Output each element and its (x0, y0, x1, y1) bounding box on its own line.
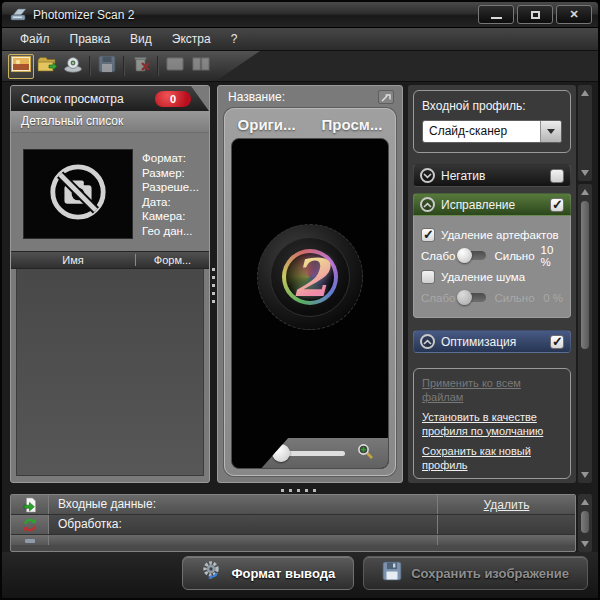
add-image-button[interactable] (8, 54, 34, 79)
profile-scrollbar[interactable] (578, 85, 592, 181)
bottom-splitter[interactable] (2, 487, 598, 494)
meta-geo: Гео дан... (142, 224, 199, 239)
no-camera-icon (47, 161, 109, 227)
scan-source-button[interactable] (60, 54, 86, 79)
input-profile-label: Входной профиль: (422, 99, 562, 113)
slider-knob (457, 290, 472, 305)
tab-original[interactable]: Ориги... (238, 116, 296, 133)
column-header-name[interactable]: Имя (11, 254, 135, 266)
noise-removal-checkbox[interactable] (421, 270, 435, 284)
job-status-panel: Входные данные: Удалить Обработка: (2, 494, 598, 552)
section-negative-label: Негатив (441, 169, 544, 183)
scroll-up-icon[interactable] (581, 499, 589, 505)
meta-size: Размер: (142, 166, 199, 181)
menu-file[interactable]: Файл (10, 28, 60, 51)
floppy-save-icon (382, 561, 402, 585)
job-scrollbar[interactable] (578, 494, 592, 552)
trash-delete-icon (132, 55, 151, 77)
menu-edit[interactable]: Правка (60, 28, 121, 51)
split-view-button[interactable] (188, 54, 214, 79)
photomizer-lens-logo: 2 (257, 224, 363, 330)
zoom-slider[interactable] (275, 451, 345, 456)
gears-icon (201, 560, 223, 586)
file-table-header: Имя Форм... (11, 251, 209, 269)
menu-view[interactable]: Вид (120, 28, 162, 51)
correction-checkbox[interactable] (550, 198, 564, 212)
collapse-chevron-icon[interactable] (420, 197, 435, 212)
profile-combobox[interactable]: Слайд-сканер (422, 120, 562, 143)
table-row: Обработка: (11, 515, 575, 535)
section-correction[interactable]: Исправление (413, 193, 571, 216)
negative-checkbox[interactable] (550, 169, 564, 183)
collapse-chevron-icon[interactable] (420, 334, 435, 349)
combobox-dropdown-button[interactable] (540, 121, 561, 142)
meta-format: Формат: (142, 151, 199, 166)
sections-scrollbar[interactable] (578, 184, 592, 483)
column-header-format[interactable]: Форм... (136, 254, 209, 266)
scroll-down-icon[interactable] (581, 170, 589, 176)
toolbar-separator (157, 56, 159, 76)
scroll-down-icon[interactable] (581, 472, 589, 478)
artifact-removal-checkbox[interactable] (421, 228, 435, 242)
left-splitter[interactable] (210, 85, 217, 483)
slider-max-label: Сильно (494, 292, 534, 304)
table-row: Входные данные: Удалить (11, 495, 575, 515)
set-default-profile-link[interactable]: Установить в качестве профиля по умолчан… (422, 411, 562, 438)
expand-chevron-icon[interactable] (420, 168, 435, 183)
processing-label: Обработка: (49, 515, 437, 534)
noise-removal-label: Удаление шума (441, 271, 525, 283)
apply-to-all-link: Применить ко всем файлам (422, 377, 562, 404)
zoom-out-icon[interactable] (246, 443, 263, 464)
delete-button[interactable] (128, 54, 154, 79)
scroll-up-icon[interactable] (581, 90, 589, 96)
zoom-in-icon[interactable] (357, 443, 374, 464)
view-mode-selector[interactable]: Детальный список (11, 111, 209, 133)
noise-strength-value: 0 % (543, 292, 563, 304)
noise-strength-slider (463, 293, 486, 302)
scrollbar-thumb[interactable] (581, 201, 589, 349)
scroll-up-icon[interactable] (581, 189, 589, 195)
scrollbar-thumb[interactable] (581, 511, 589, 533)
save-button[interactable] (94, 54, 120, 79)
meta-resolution: Разреше... (142, 180, 199, 195)
open-folder-button[interactable] (34, 54, 60, 79)
save-image-button[interactable]: Сохранить изображение (363, 556, 588, 590)
slider-knob[interactable] (457, 248, 472, 263)
main-area: Список просмотра 0 Детальный список (2, 82, 598, 487)
processing-icon (11, 515, 49, 534)
input-data-icon (11, 495, 49, 514)
scroll-down-icon[interactable] (581, 541, 589, 547)
maximize-button[interactable] (517, 5, 553, 24)
file-list[interactable] (16, 269, 204, 476)
tab-preview[interactable]: Просм... (322, 116, 383, 133)
save-new-profile-link[interactable]: Сохранить как новый профиль (422, 445, 562, 472)
popout-icon[interactable] (378, 90, 394, 104)
slider-max-label: Сильно (494, 250, 534, 262)
zoom-slider-knob[interactable] (272, 444, 290, 462)
toolbar-separator (89, 56, 91, 76)
browse-list-label: Список просмотра (21, 92, 155, 106)
table-row-partial (11, 535, 575, 545)
artifact-strength-value: 10 % (541, 244, 563, 268)
delete-link[interactable]: Удалить (484, 498, 530, 512)
metadata-labels: Формат: Размер: Разреше... Дата: Камера:… (142, 149, 199, 239)
menu-help[interactable]: ? (221, 28, 248, 51)
preview-panel: Название: Ориги... Просм... (217, 85, 403, 483)
tab-browse-list[interactable]: Список просмотра 0 (11, 86, 209, 111)
menu-extra[interactable]: Экстра (162, 28, 221, 51)
profile-selected-value: Слайд-сканер (423, 121, 540, 142)
zoom-controls (232, 438, 388, 468)
toolbar (2, 51, 598, 82)
close-button[interactable]: ✕ (556, 5, 592, 24)
minimize-button[interactable] (478, 5, 514, 24)
single-view-button[interactable] (162, 54, 188, 79)
input-profile-group: Входной профиль: Слайд-сканер (413, 90, 571, 153)
output-format-button[interactable]: Формат вывода (182, 556, 355, 590)
single-pane-icon (166, 57, 184, 75)
section-optimization[interactable]: Оптимизация (413, 330, 571, 353)
artifact-strength-slider[interactable] (463, 251, 486, 260)
job-table: Входные данные: Удалить Обработка: (10, 494, 576, 552)
image-canvas: 2 (231, 138, 389, 469)
optimization-checkbox[interactable] (550, 335, 564, 349)
section-negative[interactable]: Негатив (413, 164, 571, 187)
